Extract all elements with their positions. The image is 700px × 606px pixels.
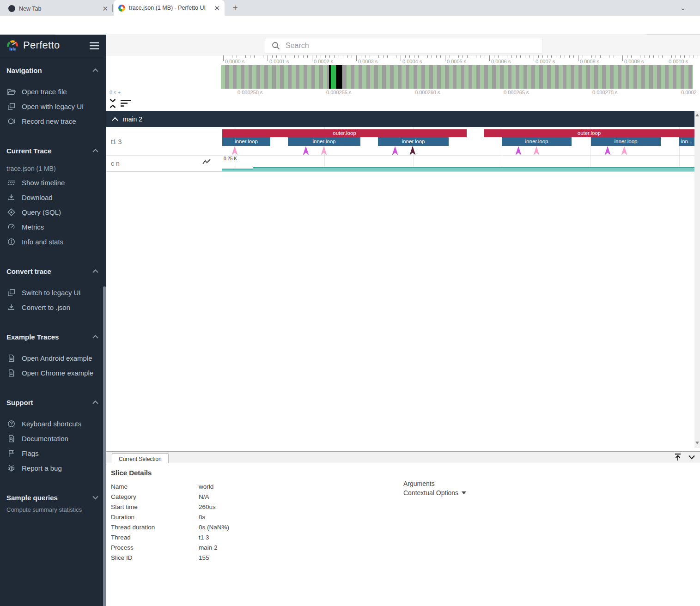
major-tick (489, 55, 490, 61)
slice-outer-loop[interactable]: outer.loop (222, 129, 467, 137)
sort-tracks-icon[interactable] (120, 99, 132, 108)
sidebar-item-report-a-bug[interactable]: Report a bug (0, 461, 106, 475)
sidebar-item-open-android-example[interactable]: Open Android example (0, 351, 106, 365)
sidebar-item-flags[interactable]: Flags (0, 446, 106, 461)
tab-perfetto[interactable]: trace.json (1 MB) - Perfetto UI ✕ (114, 0, 225, 16)
minimap-stripe (315, 65, 319, 89)
sidebar-item-show-timeline[interactable]: Show timeline (0, 175, 106, 190)
sidebar-item-open-with-legacy-ui[interactable]: Open with legacy UI (0, 99, 106, 114)
section-header[interactable]: Support (0, 397, 106, 408)
minimap-stripe (653, 65, 657, 89)
section-header[interactable]: Current Trace (0, 145, 106, 156)
section-header[interactable]: Navigation (0, 65, 106, 76)
overview-minimap[interactable] (221, 65, 693, 89)
chevron-up-icon (92, 148, 99, 153)
current-selection-tab[interactable]: Current Selection (112, 453, 169, 464)
collapse-tracks-icon[interactable] (109, 98, 117, 109)
minimap-stripe (244, 65, 249, 89)
sidebar-item-download[interactable]: Download (0, 190, 106, 205)
minimap-stripe (649, 65, 653, 89)
scroll-down-icon[interactable] (695, 442, 699, 444)
sidebar-item-label: Download (22, 194, 53, 201)
menu-hamburger-icon[interactable] (89, 42, 99, 50)
new-tab-button[interactable]: + (230, 3, 240, 13)
sidebar-scrollbar[interactable] (103, 286, 106, 606)
minimap-stripe (606, 65, 610, 89)
sidebar-item-switch-to-legacy-ui[interactable]: Switch to legacy UI (0, 285, 106, 300)
sidebar-item-label: Documentation (22, 435, 68, 442)
track-area[interactable]: t1 3 c n 0.25 K outer.loopouter.loopinne… (106, 127, 694, 172)
minor-tick (378, 55, 379, 58)
minimap-stripe (496, 65, 500, 89)
instant-marker-selected[interactable] (410, 146, 416, 155)
instant-marker[interactable] (534, 146, 540, 155)
instant-marker[interactable] (516, 146, 522, 155)
tab-close-icon[interactable]: ✕ (102, 5, 108, 12)
sample-query-item[interactable]: Compute summary statistics (0, 504, 106, 515)
sidebar-item-convert-to-json[interactable]: Convert to .json (0, 300, 106, 315)
process-group-header[interactable]: main 2 (106, 111, 694, 127)
instant-marker[interactable] (392, 146, 398, 155)
scroll-up-icon[interactable] (695, 114, 699, 116)
sidebar-item-label: Open Chrome example (22, 369, 93, 377)
sidebar-item-query-sql-[interactable]: Query (SQL) (0, 205, 106, 219)
minor-tick (640, 55, 640, 58)
slice-inner-loop[interactable]: inner.loop (222, 137, 270, 146)
slice-inner-loop[interactable]: inner.loop (378, 137, 449, 146)
tab-list-chevron-icon[interactable]: ⌄ (678, 3, 688, 12)
tab-new-tab[interactable]: New Tab ✕ (4, 1, 113, 16)
minor-tick (414, 55, 414, 58)
sidebar-item-metrics[interactable]: Metrics (0, 219, 106, 234)
contextual-options-dropdown[interactable]: Contextual Options (403, 489, 466, 497)
instant-marker[interactable] (232, 146, 238, 155)
sidebar-item-open-chrome-example[interactable]: Open Chrome example (0, 365, 106, 380)
slice-inner-loop[interactable]: inner.loop (502, 137, 572, 146)
sidebar-item-open-trace-file[interactable]: Open trace file (0, 84, 106, 99)
minimap-stripe (633, 65, 638, 89)
instant-marker[interactable] (605, 146, 611, 155)
section-header[interactable]: Convert trace (0, 266, 106, 277)
minimap-stripe (665, 65, 669, 89)
section-header[interactable]: Example Traces (0, 331, 106, 342)
instant-marker[interactable] (621, 146, 627, 155)
ruler-tick-label: 0.0004 s (402, 59, 422, 64)
instant-marker[interactable] (321, 146, 327, 155)
search-box[interactable]: Search (265, 38, 543, 54)
timeline-icon (6, 178, 16, 187)
arguments-label: Arguments (403, 480, 435, 487)
track-scrollbar[interactable] (694, 111, 700, 448)
minimap-stripe (319, 65, 323, 89)
collapse-panel-chevron-icon[interactable] (688, 454, 695, 460)
slice-outer-loop[interactable]: outer.loop (484, 129, 694, 137)
tab-title: New Tab (19, 6, 98, 12)
major-tick (223, 55, 224, 61)
slice-inner-loop[interactable]: inner.loop (288, 137, 360, 146)
counter-chart-icon[interactable] (202, 158, 211, 166)
minor-tick (538, 55, 539, 58)
minor-tick (263, 55, 263, 58)
viewport-highlight[interactable] (331, 65, 336, 89)
tab-close-icon[interactable]: ✕ (214, 5, 220, 12)
sidebar-item-record-new-trace[interactable]: Record new trace (0, 114, 106, 128)
chevron-up-icon[interactable] (112, 117, 118, 121)
section-title: Example Traces (6, 333, 92, 341)
minimap-stripe (641, 65, 645, 89)
sidebar-item-documentation[interactable]: Documentation (0, 431, 106, 446)
minimap-stripe (343, 65, 347, 89)
slice-inner-loop[interactable]: inner.loop (591, 137, 661, 146)
instant-marker[interactable] (303, 146, 309, 155)
minor-tick (232, 55, 232, 58)
legacy-ui-icon (6, 102, 16, 111)
minor-tick (317, 55, 317, 58)
minor-tick (450, 55, 450, 58)
viewport-body[interactable] (336, 65, 342, 89)
sidebar-item-info-and-stats[interactable]: Info and stats (0, 234, 106, 249)
chevron-down-icon (92, 495, 99, 500)
sidebar-item-keyboard-shortcuts[interactable]: Keyboard shortcuts (0, 416, 106, 431)
dock-to-top-icon[interactable] (674, 453, 682, 461)
slice-inner-loop[interactable]: inn... (679, 137, 694, 146)
time-marker-label: 0.000250 s (237, 90, 262, 95)
section-header[interactable]: Sample queries (0, 492, 106, 503)
help-icon (6, 419, 16, 428)
minimap-stripe (264, 65, 268, 89)
